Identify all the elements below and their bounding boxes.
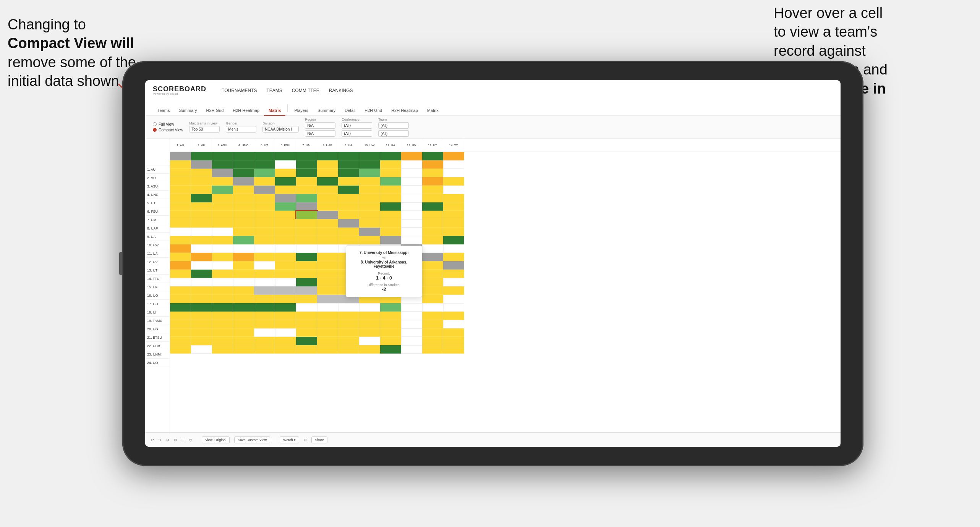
grid-cell[interactable] [338, 177, 359, 186]
grid-cell[interactable] [359, 328, 380, 337]
grid-cell[interactable] [191, 202, 212, 211]
grid-cell[interactable] [233, 160, 254, 169]
grid-cell[interactable] [401, 303, 422, 312]
grid-cell[interactable] [359, 186, 380, 194]
save-custom-view-button[interactable]: Save Custom View [234, 436, 270, 443]
grid-cell[interactable] [275, 152, 296, 160]
grid-cell[interactable] [275, 219, 296, 228]
grid-cell[interactable] [380, 160, 401, 169]
grid-cell[interactable] [380, 152, 401, 160]
grid-cell[interactable] [380, 320, 401, 328]
grid-cell[interactable] [296, 194, 317, 202]
grid-cell[interactable] [170, 270, 191, 278]
grid-cell[interactable] [275, 295, 296, 303]
grid-cell[interactable] [212, 236, 233, 244]
grid-cell[interactable] [254, 278, 275, 286]
grid-cell[interactable] [233, 228, 254, 236]
grid-cell[interactable] [254, 244, 275, 253]
grid-cell[interactable] [359, 236, 380, 244]
division-select[interactable]: NCAA Division I [262, 126, 299, 133]
grid-cell[interactable] [275, 186, 296, 194]
grid-cell[interactable] [212, 219, 233, 228]
full-view-option[interactable]: Full View [153, 122, 183, 126]
grid-cell[interactable] [317, 211, 338, 219]
grid-cell[interactable] [422, 152, 443, 160]
grid-cell[interactable] [443, 345, 464, 354]
grid-cell[interactable] [317, 278, 338, 286]
compact-view-radio[interactable] [153, 128, 157, 132]
grid-cell[interactable] [212, 295, 233, 303]
grid-cell[interactable] [275, 202, 296, 211]
grid-cell[interactable] [338, 320, 359, 328]
grid-cell[interactable] [443, 177, 464, 186]
grid-cell[interactable] [338, 202, 359, 211]
grid-cell[interactable] [422, 303, 443, 312]
grid-cell[interactable] [212, 278, 233, 286]
grid-cell[interactable] [422, 337, 443, 345]
sub-tab-h2h-grid-right[interactable]: H2H Grid [360, 106, 387, 116]
grid-cell[interactable] [443, 152, 464, 160]
region-select-1[interactable]: N/A [305, 122, 335, 129]
grid-cell[interactable] [254, 328, 275, 337]
grid-cell[interactable] [296, 261, 317, 270]
grid-cell[interactable] [170, 169, 191, 177]
grid-cell[interactable] [443, 202, 464, 211]
undo-button[interactable]: ↩ [151, 438, 154, 442]
sub-tab-detail[interactable]: Detail [340, 106, 360, 116]
grid-cell[interactable] [254, 312, 275, 320]
grid-cell[interactable] [191, 328, 212, 337]
grid-cell[interactable] [191, 337, 212, 345]
grid-cell[interactable] [401, 328, 422, 337]
grid-cell[interactable] [296, 320, 317, 328]
grid-cell[interactable] [212, 253, 233, 261]
grid-cell[interactable] [296, 160, 317, 169]
grid-cell[interactable] [401, 211, 422, 219]
grid-cell[interactable] [401, 320, 422, 328]
grid-cell[interactable] [275, 270, 296, 278]
grid-cell[interactable] [338, 169, 359, 177]
grid-cell[interactable] [338, 303, 359, 312]
grid-cell[interactable] [338, 152, 359, 160]
grid-cell[interactable] [443, 228, 464, 236]
grid-cell[interactable] [254, 253, 275, 261]
nav-teams[interactable]: TEAMS [266, 86, 282, 95]
grid-cell[interactable] [422, 169, 443, 177]
grid-cell[interactable] [170, 295, 191, 303]
grid-cell[interactable] [401, 345, 422, 354]
grid-cell[interactable] [296, 286, 317, 295]
grid-cell[interactable] [359, 152, 380, 160]
grid-cell[interactable] [422, 345, 443, 354]
grid-cell[interactable] [338, 160, 359, 169]
grid-cell[interactable] [380, 312, 401, 320]
grid-cell[interactable] [296, 228, 317, 236]
grid-cell[interactable] [422, 320, 443, 328]
sub-tab-players[interactable]: Players [290, 106, 313, 116]
grid-cell[interactable] [254, 295, 275, 303]
grid-cell[interactable] [401, 160, 422, 169]
grid-cell[interactable] [422, 253, 443, 261]
grid-cell[interactable] [422, 328, 443, 337]
nav-rankings[interactable]: RANKINGS [329, 86, 353, 95]
grid-cell[interactable] [170, 303, 191, 312]
grid-cell[interactable] [443, 337, 464, 345]
grid-cell[interactable] [191, 286, 212, 295]
team-select-1[interactable]: (All) [378, 122, 409, 129]
grid-cell[interactable] [422, 312, 443, 320]
grid-cell[interactable] [191, 253, 212, 261]
grid-cell[interactable] [275, 286, 296, 295]
grid-cell[interactable] [212, 286, 233, 295]
sub-tab-h2h-heatmap-left[interactable]: H2H Heatmap [228, 106, 264, 116]
grid-cell[interactable] [254, 320, 275, 328]
grid-cell[interactable] [275, 261, 296, 270]
grid-cell[interactable] [380, 228, 401, 236]
grid-cell[interactable] [191, 278, 212, 286]
toolbar-btn-5[interactable]: ⊡ [181, 438, 185, 442]
grid-cell[interactable] [296, 169, 317, 177]
grid-cell[interactable] [275, 278, 296, 286]
grid-cell[interactable] [443, 186, 464, 194]
grid-cell[interactable] [233, 320, 254, 328]
grid-cell[interactable] [191, 228, 212, 236]
grid-cell[interactable] [233, 253, 254, 261]
grid-cell[interactable] [212, 261, 233, 270]
grid-cell[interactable] [422, 202, 443, 211]
